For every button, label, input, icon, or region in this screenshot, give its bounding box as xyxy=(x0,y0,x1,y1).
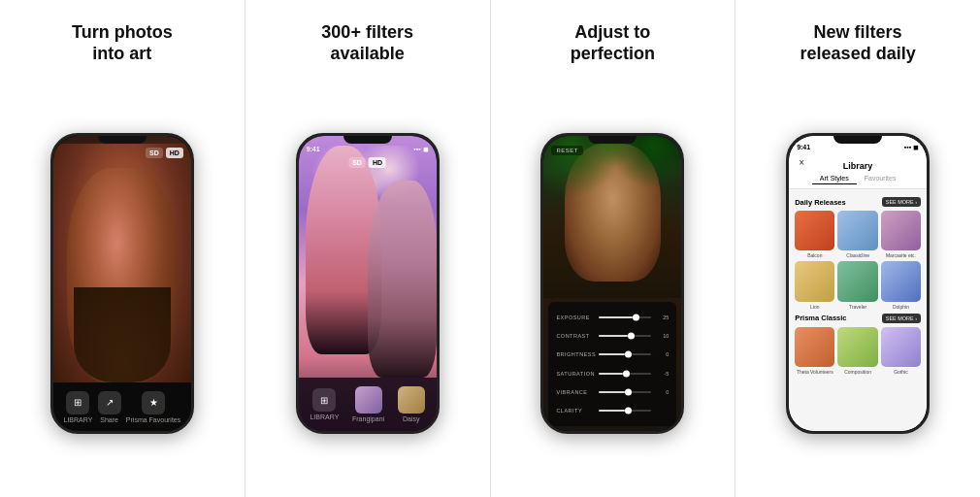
phone1-share-button[interactable]: ↗ Share xyxy=(98,391,121,423)
phone-wrapper-2: 9:41 ▪▪▪ ◼ SD HD ⊞ xyxy=(296,80,440,487)
brightness-thumb[interactable] xyxy=(625,351,632,358)
filter-traveler[interactable]: Traveler xyxy=(837,261,877,309)
vibrance-track[interactable] xyxy=(599,391,651,393)
phone-wrapper-1: SD HD ⊞ LIBRARY ↗ Share xyxy=(50,80,194,487)
phone4-tabs: Art Styles Favourites xyxy=(812,173,904,184)
phone1-portrait xyxy=(53,144,191,382)
brightness-track[interactable] xyxy=(599,353,651,355)
phone-2: 9:41 ▪▪▪ ◼ SD HD ⊞ xyxy=(296,133,440,434)
filter-lion[interactable]: Lion xyxy=(795,261,834,309)
contrast-thumb[interactable] xyxy=(628,333,635,340)
phone3-reset-label[interactable]: RESET xyxy=(551,146,583,155)
tab-art-styles[interactable]: Art Styles xyxy=(812,173,857,184)
vibrance-fill xyxy=(599,391,625,393)
phone-1: SD HD ⊞ LIBRARY ↗ Share xyxy=(50,133,194,434)
phone-notch-2 xyxy=(343,136,392,144)
filter-balcon-name: Balcon xyxy=(807,252,822,258)
phone-screen-1: SD HD ⊞ LIBRARY ↗ Share xyxy=(53,136,191,431)
phone4-status-bar: 9:41 ▪▪▪ ◼ xyxy=(797,144,919,151)
filter-theta[interactable]: Theta Volunteers xyxy=(795,327,834,375)
phone-screen-4: 9:41 ▪▪▪ ◼ × Library Art Styles Favourit… xyxy=(789,136,927,431)
vibrance-label: VIBRANCE xyxy=(556,389,595,395)
phone2-filter2-thumb xyxy=(398,386,425,414)
phone4-library-title: Library xyxy=(843,161,873,171)
phone1-quality-toggle: SD HD xyxy=(146,148,183,158)
phone1-background: SD HD ⊞ LIBRARY ↗ Share xyxy=(53,136,191,431)
filter-composition[interactable]: Composition xyxy=(837,327,877,375)
phone1-favorites-button[interactable]: ★ Prisma Favourites xyxy=(126,391,180,423)
phone2-filter1-thumb xyxy=(355,386,382,414)
filter-marcasite-name: Marcasite etc. xyxy=(886,252,916,258)
phone2-background: 9:41 ▪▪▪ ◼ SD HD ⊞ xyxy=(299,136,437,431)
phone-screen-2: 9:41 ▪▪▪ ◼ SD HD ⊞ xyxy=(299,136,437,431)
clarity-fill xyxy=(599,410,625,412)
filter-traveler-img xyxy=(837,261,877,301)
filter-dolphin-name: Dolphin xyxy=(893,304,909,310)
phone2-time: 9:41 xyxy=(307,146,320,153)
filter-classicline[interactable]: Classicline xyxy=(837,211,877,258)
filter-lion-name: Lion xyxy=(810,304,819,310)
phone-notch-4 xyxy=(833,136,882,144)
feature-title-3: Adjust to perfection xyxy=(571,17,655,68)
brightness-value: 0 xyxy=(655,351,669,357)
phone4-time: 9:41 xyxy=(797,144,810,151)
phone4-background: 9:41 ▪▪▪ ◼ × Library Art Styles Favourit… xyxy=(789,136,927,431)
phone2-status-bar: 9:41 ▪▪▪ ◼ xyxy=(307,146,429,153)
saturation-fill xyxy=(599,373,622,375)
favorites-label: Prisma Favourites xyxy=(126,416,180,423)
phone-notch-3 xyxy=(588,136,637,144)
exposure-thumb[interactable] xyxy=(633,314,639,320)
section-prisma-classic-header: Prisma Classic SEE MORE › xyxy=(795,314,921,323)
tab-favourites[interactable]: Favourites xyxy=(857,173,904,184)
brightness-label: BRIGHTNESS xyxy=(556,351,595,357)
phone-wrapper-3: RESET EXPOSURE 25 xyxy=(540,80,684,487)
phone1-library-button[interactable]: ⊞ LIBRARY xyxy=(64,391,93,423)
phone2-sd-button[interactable]: SD xyxy=(348,157,366,168)
phone-3: RESET EXPOSURE 25 xyxy=(540,133,684,434)
clarity-track[interactable] xyxy=(599,410,651,412)
filter-lion-img xyxy=(795,261,834,301)
phone2-filter1-button[interactable]: Frangipani xyxy=(352,386,384,422)
exposure-fill xyxy=(599,316,633,318)
filter-gothic[interactable]: Gothic xyxy=(881,327,921,375)
slider-contrast: CONTRAST 10 xyxy=(556,333,669,339)
daily-releases-see-more[interactable]: SEE MORE › xyxy=(882,197,921,207)
phone3-background: RESET EXPOSURE 25 xyxy=(543,136,681,431)
phone2-library-button[interactable]: ⊞ LIBRARY xyxy=(310,388,339,420)
phone2-filter1-label: Frangipani xyxy=(352,415,384,422)
filter-marcasite-img xyxy=(881,211,921,250)
daily-releases-grid: Balcon Classicline Marcasite etc. xyxy=(795,211,921,258)
contrast-track[interactable] xyxy=(599,335,651,337)
phone2-filter2-button[interactable]: Daisy xyxy=(398,386,425,422)
feature-title-2: 300+ filters available xyxy=(321,17,413,68)
filter-dolphin[interactable]: Dolphin xyxy=(881,261,921,309)
filter-balcon[interactable]: Balcon xyxy=(795,211,834,258)
phone2-hd-button[interactable]: HD xyxy=(369,157,386,168)
filter-classicline-img xyxy=(837,211,877,250)
saturation-thumb[interactable] xyxy=(623,370,630,377)
sd-button[interactable]: SD xyxy=(146,148,163,158)
share-icon: ↗ xyxy=(98,391,121,414)
phone2-bottom-bar: ⊞ LIBRARY Frangipani Daisy xyxy=(299,378,437,431)
daily-releases-grid-2: Lion Traveler Dolphin xyxy=(795,261,921,309)
filter-gothic-img xyxy=(881,327,921,367)
slider-vibrance: VIBRANCE 0 xyxy=(556,389,669,395)
clarity-thumb[interactable] xyxy=(625,408,632,414)
phone4-close-button[interactable]: × xyxy=(799,157,804,168)
saturation-track[interactable] xyxy=(599,373,651,375)
hd-button[interactable]: HD xyxy=(166,148,183,158)
feature-card-3: Adjust to perfection RESET EXPOSURE xyxy=(491,0,736,497)
feature-title-4: New filters released daily xyxy=(800,17,916,68)
phone3-portrait xyxy=(543,136,681,298)
share-label: Share xyxy=(100,416,118,423)
contrast-fill xyxy=(599,335,628,337)
prisma-classic-see-more[interactable]: SEE MORE › xyxy=(882,314,921,323)
slider-saturation: SATURATION -5 xyxy=(556,371,669,377)
filter-marcasite[interactable]: Marcasite etc. xyxy=(881,211,921,258)
vibrance-thumb[interactable] xyxy=(625,389,632,396)
feature-card-1: Turn photos into art SD HD ⊞ xyxy=(0,0,245,497)
exposure-track[interactable] xyxy=(599,316,651,318)
daily-releases-title: Daily Releases xyxy=(795,198,846,207)
brightness-fill xyxy=(599,353,625,355)
slider-clarity: CLARITY xyxy=(556,408,669,414)
